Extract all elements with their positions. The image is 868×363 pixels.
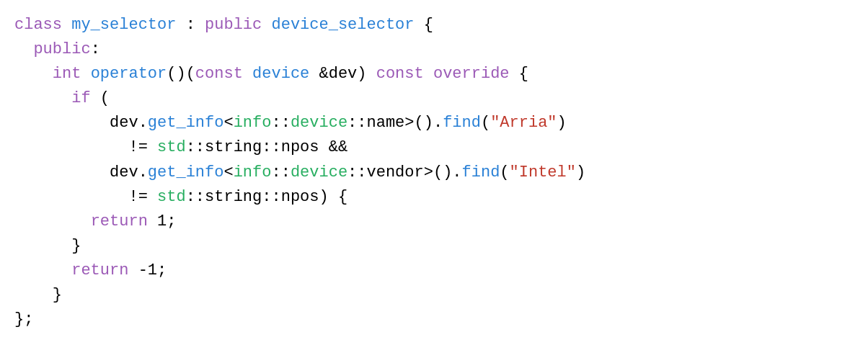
line-7: dev.get_info<info::device::vendor>().fin… — [14, 161, 854, 185]
line-4: if ( — [14, 86, 854, 111]
line-13: }; — [14, 308, 854, 332]
line-2: public: — [14, 37, 854, 62]
line-12: } — [14, 283, 854, 308]
line-5: dev.get_info<info::device::name>().find(… — [14, 111, 854, 135]
line-8: != std::string::npos) { — [14, 185, 854, 210]
line-6: != std::string::npos && — [14, 135, 854, 160]
line-9: return 1; — [14, 210, 854, 234]
line-3: int operator()(const device &dev) const … — [14, 62, 854, 86]
string-arria: "Arria" — [490, 114, 557, 132]
line-11: return -1; — [14, 259, 854, 283]
line-10: } — [14, 234, 854, 259]
code-block: class my_selector : public device_select… — [0, 0, 868, 363]
line-1: class my_selector : public device_select… — [14, 13, 854, 37]
string-intel: "Intel" — [510, 163, 576, 182]
